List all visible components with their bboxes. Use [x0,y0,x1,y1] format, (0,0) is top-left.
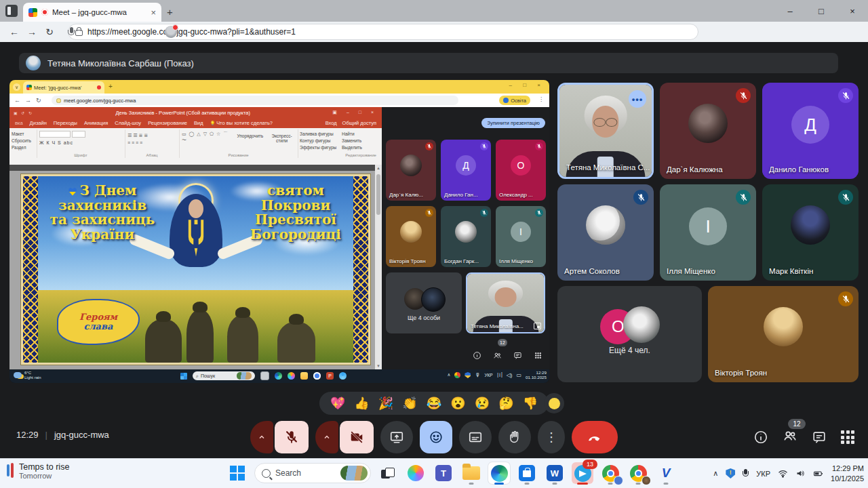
shared-mic-icon: 🎙 [475,372,480,378]
reaction-clap[interactable]: 👏 [402,396,417,411]
shared-recording-icon [97,85,101,89]
activities-button[interactable] [841,430,854,444]
font-size-box [72,131,85,138]
chrome-profile1-button[interactable] [599,462,621,484]
refresh-button[interactable]: ↻ [41,26,58,37]
mic-off-icon [633,190,648,205]
shared-tile-viktoria: Вікторія Троян [386,206,436,267]
word-button[interactable]: W [544,462,566,484]
tab-actions-icon[interactable] [5,5,18,17]
v-app-button[interactable]: V [655,462,677,484]
shared-copilot-icon [288,372,295,380]
people-button[interactable]: 12 [783,428,797,446]
shared-new-tab-icon: + [108,83,113,90]
camera-off-button[interactable] [340,421,374,453]
tile-more-people[interactable]: О Ещё 4 чел. [557,286,702,382]
heroes-text-1: Героям [79,312,117,322]
chat-button[interactable] [812,430,827,445]
more-options-button[interactable]: ⋮ [538,421,565,453]
quick-access-toolbar: ▣ ↺ ↻ [14,110,33,115]
ribbon-tab-clipped: вка [15,120,23,126]
taskbar-search[interactable]: Search [254,463,371,483]
tray-mic-icon[interactable] [743,469,749,479]
tile-danylo[interactable]: Д Данило Ганюков [762,83,859,179]
camera-control [315,421,374,453]
mic-off-icon [838,190,853,205]
clock[interactable]: 12:29 PM 10/1/2025 [831,464,864,483]
reaction-laugh[interactable]: 😂 [427,396,441,411]
wifi-icon[interactable] [778,468,788,479]
volume-icon[interactable] [795,468,806,479]
weather-widget[interactable]: Temps to rise Tomorrow [7,462,69,480]
shared-search-image [237,372,252,380]
tab-title: Meet – jgq-gucc-mwa [52,8,146,16]
tile-artem[interactable]: Артем Соколов [557,184,654,281]
reaction-party[interactable]: 🎉 [378,396,393,411]
browser-tab[interactable]: Meet – jgq-gucc-mwa × [23,3,161,22]
skin-tone-button[interactable] [544,393,564,413]
slide-greeting-card: З Днем захисників та захисниць України с… [20,174,371,365]
file-explorer-button[interactable] [460,462,482,484]
forward-button[interactable]: → [23,26,41,37]
shared-chrome-toolbar: ← → ↻ meet.google.com/jgq-gucc-mwa Освіт… [9,94,549,107]
reactions-button[interactable] [420,421,452,453]
tile-illia[interactable]: І Ілля Міщенко [660,184,756,281]
teams-button[interactable]: T [433,462,454,484]
window-close-button[interactable]: × [837,0,868,22]
shared-back-icon: ← [14,97,20,104]
reaction-thinking[interactable]: 🤔 [498,396,513,411]
chrome-profile-badge [642,476,651,485]
reaction-heart[interactable]: 💖 [330,396,345,411]
copilot-button[interactable] [405,462,427,484]
end-call-button[interactable] [572,421,618,453]
reaction-thumbs-down[interactable]: 👎 [523,396,538,411]
window-minimize-button[interactable]: – [774,0,806,22]
telegram-button[interactable]: 13 [572,462,593,484]
tile-options-button[interactable]: ••• [629,90,646,108]
chrome-profile2-button[interactable] [627,462,649,484]
mic-mute-button[interactable] [275,421,309,453]
lock-icon [75,30,83,36]
edge-button[interactable] [488,462,510,484]
raise-hand-button[interactable] [498,421,531,453]
participant-grid: ••• Тетяна Миколаївна С... Дар`я Калюжна… [557,83,859,388]
shared-wifi-icon: 〣 [497,371,502,379]
thermometer-icon [7,463,14,479]
address-bar[interactable]: https://meet.google.com/jgq-gucc-mwa?pli… [68,24,698,40]
camera-options-button[interactable] [315,421,338,453]
mic-options-button[interactable] [250,421,273,453]
tile-viktoria[interactable]: Вікторія Троян [708,286,859,382]
new-tab-button[interactable]: + [167,6,173,18]
mic-control [250,421,309,453]
chat-icon [513,351,522,360]
captions-button[interactable] [459,421,492,453]
store-button[interactable] [516,462,538,484]
voice-search-icon[interactable] [68,27,75,37]
present-button[interactable] [380,421,413,453]
heroes-text-2: слава [84,321,113,331]
battery-icon[interactable] [813,468,823,479]
language-indicator[interactable]: УКР [756,470,770,478]
shared-powerpoint-icon: P [326,372,334,380]
start-button[interactable] [226,462,248,484]
shape-fill: Заливка фигуры [300,131,338,138]
window-maximize-button[interactable]: □ [806,0,837,22]
soldier-silhouette [145,319,182,363]
back-button[interactable]: ← [5,26,23,37]
reaction-thumbs-up[interactable]: 👍 [354,396,369,411]
tile-mark[interactable]: Марк Квіткін [762,184,859,281]
shape-effects: Эффекты фигуры [300,144,338,151]
mic-off-icon [535,142,543,150]
task-view-button[interactable] [377,462,399,484]
tile-tetyana[interactable]: ••• Тетяна Миколаївна С... [557,83,654,179]
powerpoint-ribbon: Макет Сбросить Раздел Ж К Ч S abc Шрифт [9,128,382,165]
reaction-surprised[interactable]: 😮 [450,396,465,411]
meeting-info-button[interactable] [753,430,768,445]
reaction-cry[interactable]: 😢 [475,396,490,411]
tab-close-icon[interactable]: × [151,7,156,18]
shared-screen-tile[interactable]: ∨ Meet: 'jgq-gucc-mwa' + – □ × ← → ↻ mee… [9,80,549,383]
tray-chevron-icon[interactable]: ∧ [713,469,718,478]
security-shield-icon[interactable] [726,468,735,479]
tile-darya[interactable]: Дар`я Калюжна [660,83,756,179]
shared-forward-icon: → [25,97,31,104]
